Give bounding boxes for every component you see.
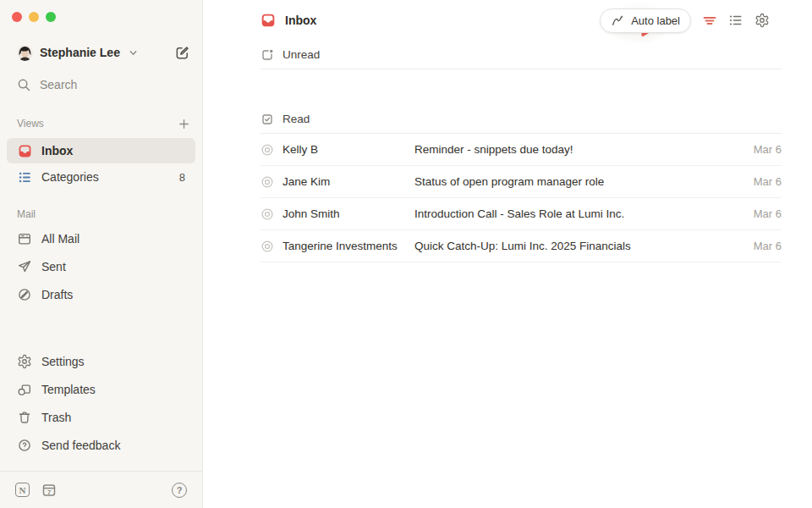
chevron-down-icon: [129, 48, 138, 58]
window-controls: [0, 0, 202, 22]
avatar: [17, 45, 33, 61]
sidebar-item-trash[interactable]: Trash: [7, 404, 195, 431]
email-subject: Status of open program manager role: [414, 175, 754, 188]
read-section-label: Read: [283, 113, 310, 125]
auto-label-icon: [611, 14, 625, 28]
email-sender: John Smith: [283, 207, 414, 220]
mail-section-header: Mail: [17, 204, 190, 224]
read-checkbox-icon: [261, 113, 274, 126]
email-sender: Jane Kim: [283, 175, 414, 188]
sidebar-item-label: Settings: [41, 355, 85, 368]
notion-logo[interactable]: N: [15, 483, 30, 497]
inbox-icon: [17, 144, 32, 158]
sidebar-item-categories[interactable]: Categories 8: [7, 164, 195, 190]
sidebar-item-send-feedback[interactable]: Send feedback: [7, 432, 195, 459]
read-status-icon[interactable]: [261, 175, 274, 189]
views-header-label: Views: [17, 118, 44, 130]
search-icon: [17, 78, 31, 92]
page-title: Inbox: [285, 14, 316, 27]
category-list-icon: [17, 170, 32, 185]
email-subject: Quick Catch-Up: Lumi Inc. 2025 Financial…: [414, 240, 754, 252]
email-subject: Reminder - snippets due today!: [414, 143, 754, 156]
unread-section-label: Unread: [283, 48, 320, 61]
sidebar-item-drafts[interactable]: Drafts: [7, 281, 195, 308]
list-view-icon[interactable]: [728, 13, 743, 28]
svg-text:7: 7: [47, 488, 51, 495]
zoom-button[interactable]: [46, 12, 56, 22]
email-sender: Kelly B: [283, 143, 414, 156]
email-row[interactable]: Jane Kim Status of open program manager …: [261, 166, 782, 198]
auto-label-label: Auto label: [631, 14, 680, 27]
categories-count-badge: 8: [179, 171, 185, 184]
email-row[interactable]: Tangerine Investments Quick Catch-Up: Lu…: [261, 230, 782, 262]
mail-list: All Mail Sent Drafts: [0, 224, 202, 309]
sidebar-item-label: Inbox: [41, 144, 73, 157]
inbox-icon: [261, 13, 276, 28]
sidebar-footer: N 7 ?: [0, 471, 202, 508]
views-section-header: Views: [17, 113, 190, 134]
sidebar-item-templates[interactable]: Templates: [7, 376, 195, 403]
filter-icon[interactable]: [702, 13, 717, 28]
unread-section-header[interactable]: Unread: [261, 41, 782, 69]
help-icon[interactable]: ?: [172, 483, 187, 498]
calendar-icon[interactable]: 7: [41, 483, 57, 498]
email-row[interactable]: John Smith Introduction Call - Sales Rol…: [261, 198, 782, 230]
sidebar-item-all-mail[interactable]: All Mail: [7, 225, 195, 252]
sidebar-item-settings[interactable]: Settings: [7, 348, 195, 375]
read-status-icon[interactable]: [261, 240, 274, 253]
gear-icon: [17, 354, 32, 369]
search-input[interactable]: Search: [17, 73, 190, 97]
read-status-icon[interactable]: [261, 207, 274, 221]
sidebar-item-label: All Mail: [41, 232, 80, 246]
inbox-header: Inbox Auto label: [261, 0, 782, 41]
unread-icon: [261, 48, 274, 62]
question-icon: [17, 438, 32, 453]
profile-name: Stephanie Lee: [40, 46, 120, 59]
email-sender: Tangerine Investments: [283, 240, 414, 252]
draft-icon: [17, 287, 32, 302]
sidebar: Stephanie Lee Search Views Inbox: [0, 0, 203, 508]
inbox-panel: Inbox Auto label U: [203, 0, 812, 508]
views-list: Inbox Categories 8: [0, 137, 202, 190]
templates-icon: [17, 382, 32, 397]
send-icon: [17, 259, 32, 274]
sidebar-utility-list: Settings Templates Trash Send feedback N…: [0, 347, 202, 508]
compose-icon[interactable]: [174, 45, 190, 61]
sidebar-item-label: Sent: [41, 260, 66, 273]
trash-icon: [17, 410, 32, 425]
read-section-header[interactable]: Read: [261, 105, 782, 134]
search-label: Search: [40, 78, 77, 91]
close-button[interactable]: [12, 12, 22, 22]
email-row[interactable]: Kelly B Reminder - snippets due today! M…: [261, 134, 782, 166]
email-date: Mar 6: [754, 175, 782, 188]
sidebar-item-inbox[interactable]: Inbox: [7, 138, 195, 163]
email-subject: Introduction Call - Sales Role at Lumi I…: [414, 207, 754, 220]
email-list: Kelly B Reminder - snippets due today! M…: [261, 134, 782, 262]
sidebar-item-sent[interactable]: Sent: [7, 253, 195, 280]
read-status-icon[interactable]: [261, 143, 274, 157]
add-view-icon[interactable]: [178, 118, 190, 130]
sidebar-item-label: Templates: [41, 383, 96, 396]
settings-icon[interactable]: [754, 13, 770, 28]
sidebar-item-label: Categories: [41, 170, 99, 184]
email-date: Mar 6: [754, 143, 782, 156]
minimize-button[interactable]: [29, 12, 39, 22]
header-controls: Auto label: [600, 0, 770, 41]
sidebar-item-label: Send feedback: [41, 439, 120, 452]
email-date: Mar 6: [754, 240, 782, 252]
auto-label-button[interactable]: Auto label: [600, 8, 691, 33]
all-mail-icon: [17, 231, 32, 246]
mail-header-label: Mail: [17, 208, 36, 220]
sidebar-item-label: Drafts: [41, 288, 73, 301]
sidebar-item-label: Trash: [41, 411, 71, 424]
account-switcher[interactable]: Stephanie Lee: [17, 41, 190, 64]
email-date: Mar 6: [754, 207, 782, 220]
